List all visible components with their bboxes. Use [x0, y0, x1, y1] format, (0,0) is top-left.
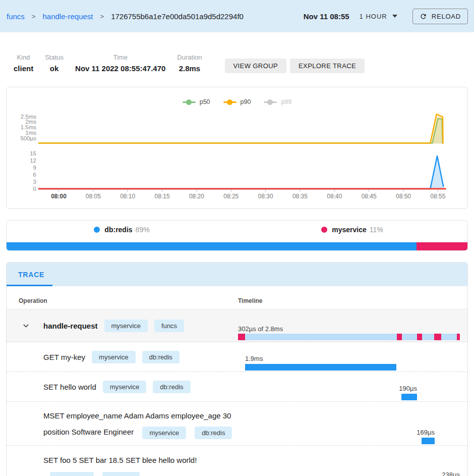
badge-myservice: myservice — [104, 320, 148, 332]
legend-item-p99[interactable]: p99 — [264, 98, 291, 105]
svg-text:08:10: 08:10 — [120, 193, 135, 200]
meta-duration: Duration 2.8ms — [177, 54, 202, 73]
meta-kind-label: Kind — [14, 54, 33, 61]
svg-text:15: 15 — [30, 150, 36, 156]
span-timeline-bar[interactable] — [245, 364, 396, 371]
span-duration-label: 238µs — [442, 471, 460, 476]
legend-item-p90[interactable]: p90 — [223, 98, 251, 105]
svg-text:0: 0 — [33, 186, 36, 192]
badge-myservice: myservice — [92, 351, 136, 363]
trace-row-set-foo[interactable]: SET foo 5 SET bar 18.5 SET blee hello wo… — [7, 446, 467, 476]
service-item-db-redis: db:redis 89% — [7, 226, 237, 234]
breadcrumb-trace-id: 1726755b6a1e7e00da501a9d5d2294f0 — [111, 12, 244, 21]
legend-item-p50[interactable]: p50 — [183, 98, 210, 105]
badge-db-redis: db:redis — [153, 381, 190, 393]
operation-name: GET my-key — [43, 353, 85, 361]
operation-name: handle-request — [43, 322, 98, 330]
operation-name: SET hello world — [43, 383, 96, 391]
trace-detail-page: funcs > handle-request > 1726755b6a1e7e0… — [0, 0, 474, 476]
badge-db-redis: db:redis — [195, 427, 232, 439]
span-meta-row: Kind client Status ok Time Nov 11 2022 0… — [0, 54, 474, 73]
trace-row-mset-employee[interactable]: MSET employee_name Adam Adams employee_a… — [7, 402, 467, 446]
svg-text:08:45: 08:45 — [362, 193, 377, 200]
svg-text:08:55: 08:55 — [430, 193, 445, 200]
time-range-selector[interactable]: 1 HOUR — [360, 13, 397, 20]
trace-row-set-hello-world[interactable]: SET hello world myservice db:redis 190µs — [7, 372, 467, 402]
reload-button[interactable]: RELOAD — [412, 9, 468, 24]
operation-cell: MSET employee_name Adam Adams employee_a… — [7, 402, 239, 440]
svg-text:08:40: 08:40 — [327, 193, 342, 200]
breadcrumb-separator: > — [100, 13, 104, 20]
view-group-button[interactable]: VIEW GROUP — [225, 59, 287, 73]
svg-text:08:05: 08:05 — [86, 193, 101, 200]
refresh-icon — [420, 13, 427, 20]
myservice-percent: 11% — [370, 226, 383, 234]
service-item-myservice: myservice 11% — [237, 226, 467, 234]
busy-segment — [397, 334, 402, 340]
column-operation: Operation — [19, 297, 47, 304]
badge-myservice: myservice — [142, 427, 186, 439]
badge-db-redis: db:redis — [142, 351, 180, 363]
svg-text:3: 3 — [33, 179, 36, 185]
collapse-chevron-down-icon[interactable] — [22, 322, 30, 330]
svg-text:08:30: 08:30 — [258, 193, 273, 200]
svg-text:08:25: 08:25 — [223, 193, 239, 200]
span-duration-label: 302µs of 2.8ms — [238, 325, 283, 333]
busy-segment — [417, 334, 422, 340]
legend-label-p50: p50 — [200, 98, 210, 105]
latency-and-requests-chart: 2.5ms2ms1.5ms1ms500µs1512963008:0008:050… — [7, 110, 467, 201]
top-bar: funcs > handle-request > 1726755b6a1e7e0… — [0, 0, 474, 32]
badge-myservice: myservice — [50, 472, 94, 476]
timeline-cell: 190µs — [238, 372, 460, 401]
span-timeline-bar[interactable] — [401, 394, 417, 400]
svg-text:08:35: 08:35 — [292, 193, 308, 200]
badge-db-redis: db:redis — [102, 472, 140, 476]
legend-label-p90: p90 — [241, 98, 251, 105]
legend-label-p99: p99 — [281, 98, 291, 105]
operation-cell: GET my-key myservice db:redis — [7, 342, 239, 372]
explore-trace-button[interactable]: EXPLORE TRACE — [290, 59, 365, 73]
db-redis-percent: 89% — [136, 226, 150, 234]
service-share-segment — [417, 242, 467, 250]
svg-text:08:20: 08:20 — [189, 193, 204, 200]
trace-row-get-my-key[interactable]: GET my-key myservice db:redis 1.9ms — [7, 342, 467, 372]
breadcrumb-separator: > — [32, 13, 36, 20]
timeline-cell: 238µs — [238, 446, 460, 476]
span-duration-label: 190µs — [399, 385, 417, 392]
meta-kind: Kind client — [14, 54, 33, 73]
db-redis-dot-icon — [94, 227, 100, 233]
span-timeline-bar[interactable] — [238, 334, 460, 340]
column-timeline: Timeline — [238, 297, 262, 304]
breadcrumb-handle-request-link[interactable]: handle-request — [42, 12, 93, 21]
tab-trace[interactable]: TRACE — [18, 271, 44, 279]
busy-segment — [457, 334, 460, 340]
service-legend: db:redis 89% myservice 11% — [7, 221, 467, 239]
meta-time-value: Nov 11 2022 08:55:47.470 — [75, 64, 165, 73]
meta-time: Time Nov 11 2022 08:55:47.470 — [75, 54, 165, 73]
meta-status-value: ok — [45, 64, 64, 73]
svg-text:08:15: 08:15 — [155, 193, 170, 200]
timeline-cell: 169µs — [238, 402, 460, 445]
reload-label: RELOAD — [432, 13, 461, 20]
badge-myservice: myservice — [103, 381, 147, 393]
trace-row-handle-request[interactable]: handle-request myservice funcs 302µs of … — [7, 309, 467, 342]
legend-marker-p90 — [223, 99, 236, 105]
breadcrumb-funcs-link[interactable]: funcs — [7, 12, 25, 21]
myservice-name: myservice — [332, 226, 367, 234]
svg-text:12: 12 — [30, 157, 36, 164]
trace-tab-bar: TRACE — [7, 262, 467, 286]
timeline-cell: 1.9ms — [238, 342, 460, 372]
meta-kind-value: client — [14, 64, 33, 73]
span-timeline-bar[interactable] — [422, 438, 435, 444]
meta-status-label: Status — [45, 54, 64, 61]
operation-cell: SET hello world myservice db:redis — [7, 372, 239, 401]
current-timestamp: Nov 11 08:55 — [304, 12, 349, 21]
meta-duration-value: 2.8ms — [177, 64, 202, 73]
service-share-bar — [7, 242, 467, 250]
svg-text:08:00: 08:00 — [51, 193, 67, 200]
chart-legend: p50 p90 p99 — [7, 87, 467, 106]
breadcrumb: funcs > handle-request > 1726755b6a1e7e0… — [7, 12, 304, 21]
service-distribution-card: db:redis 89% myservice 11% — [6, 220, 468, 251]
db-redis-name: db:redis — [104, 226, 132, 234]
svg-text:6: 6 — [33, 172, 36, 178]
